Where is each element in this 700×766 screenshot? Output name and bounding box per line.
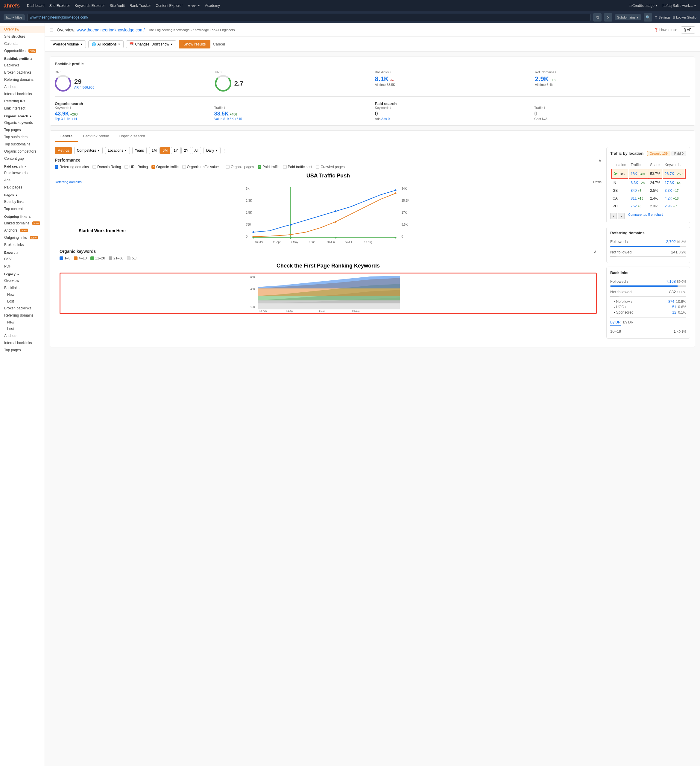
sidebar-sub-new2[interactable]: New — [0, 319, 44, 326]
nav-site-explorer[interactable]: Site Explorer — [49, 3, 70, 8]
sidebar-item-legacy-internal[interactable]: Internal backlinks — [0, 339, 44, 347]
protocol-button[interactable]: http + https — [3, 14, 25, 21]
time-6m[interactable]: 6M — [160, 147, 171, 154]
search-icon-btn[interactable]: 🔍 — [644, 13, 652, 22]
sidebar-item-content-gap[interactable]: Content gap — [0, 155, 44, 162]
sidebar-sub-lost2[interactable]: Lost — [0, 326, 44, 332]
sidebar-item-csv[interactable]: CSV — [0, 256, 44, 263]
sidebar-item-link-intersect[interactable]: Link intersect — [0, 105, 44, 112]
time-1y[interactable]: 1Y — [171, 147, 181, 154]
sidebar-sub-new[interactable]: New — [0, 291, 44, 298]
sidebar-item-calendar[interactable]: Calendar — [0, 40, 44, 47]
locations-button[interactable]: Locations ▼ — [105, 147, 130, 154]
more-options-icon[interactable]: ⋮ — [223, 149, 227, 153]
cb-organic-traffic-value[interactable]: Organic traffic value — [182, 165, 219, 169]
cb-organic-traffic[interactable]: ✓ Organic traffic — [151, 165, 178, 169]
sidebar-item-internal-backlinks[interactable]: Internal backlinks — [0, 90, 44, 98]
sidebar-item-overview[interactable]: Overview — [0, 26, 44, 33]
tab-general[interactable]: General — [55, 131, 78, 142]
workspace-selector[interactable]: Ittefaq Salt's work... ▼ — [662, 3, 697, 8]
nav-rank-tracker[interactable]: Rank Tracker — [130, 3, 151, 8]
sidebar-item-organic-competitors[interactable]: Organic competitors — [0, 148, 44, 155]
tab-by-dr[interactable]: By DR — [623, 320, 633, 326]
sidebar-item-referring-domains[interactable]: Referring domains — [0, 76, 44, 83]
kw-cb-11-20[interactable]: 11–20 — [90, 256, 105, 260]
sidebar-item-linked-domains[interactable]: Linked domains New — [0, 220, 44, 227]
site-url-link[interactable]: www.theengineeringknowledge.com/ — [77, 27, 144, 32]
sidebar-item-legacy-anchors[interactable]: Anchors — [0, 332, 44, 339]
nav-keywords-explorer[interactable]: Keywords Explorer — [74, 3, 105, 8]
nav-site-audit[interactable]: Site Audit — [109, 3, 125, 8]
looker-studio-button[interactable]: ⧉ Looker Studio — [673, 16, 697, 19]
kw-cb-51-plus[interactable]: 51+ — [127, 256, 138, 260]
api-button[interactable]: {} API — [681, 26, 695, 33]
avg-volume-filter[interactable]: Average volume ▼ — [50, 40, 86, 48]
sidebar-item-paid-pages[interactable]: Paid pages — [0, 184, 44, 191]
metrics-button[interactable]: Metrics — [55, 147, 72, 154]
sidebar-item-backlinks[interactable]: Backlinks — [0, 62, 44, 69]
cb-referring-domains[interactable]: ✓ Referring domains — [55, 165, 89, 169]
sidebar-item-top-pages[interactable]: Top pages — [0, 126, 44, 133]
sidebar-item-top-content[interactable]: Top content — [0, 205, 44, 212]
paid-tab-btn[interactable]: Paid 0 — [671, 151, 686, 156]
sidebar-sub-lost[interactable]: Lost — [0, 298, 44, 305]
years-button[interactable]: Years — [132, 147, 147, 154]
sidebar-item-site-structure[interactable]: Site structure — [0, 33, 44, 40]
show-results-button[interactable]: Show results — [179, 40, 211, 49]
nav-content-explorer[interactable]: Content Explorer — [156, 3, 182, 8]
cb-paid-traffic-cost[interactable]: Paid traffic cost — [283, 165, 312, 169]
sidebar-item-legacy-top-pages[interactable]: Top pages — [0, 347, 44, 354]
sidebar-item-broken-links[interactable]: Broken links — [0, 241, 44, 248]
sidebar-item-outgoing-links[interactable]: Outgoing links New — [0, 234, 44, 241]
organic-tab-btn[interactable]: Organic 139 — [647, 151, 670, 156]
cb-url-rating[interactable]: URL Rating — [125, 165, 148, 169]
sidebar-item-pdf[interactable]: PDF — [0, 263, 44, 270]
sidebar-item-ads[interactable]: Ads — [0, 177, 44, 184]
sidebar-item-broken-backlinks[interactable]: Broken backlinks — [0, 69, 44, 76]
cb-paid-traffic[interactable]: ✓ Paid traffic — [258, 165, 279, 169]
kw-cb-1-3[interactable]: 1–3 — [60, 256, 70, 260]
tab-organic-search[interactable]: Organic search — [114, 131, 150, 142]
sidebar-item-anchors-out[interactable]: Anchors New — [0, 227, 44, 234]
competitors-button[interactable]: Competitors ▼ — [74, 147, 103, 154]
sidebar-item-opportunities[interactable]: Opportunities New — [0, 47, 44, 54]
sidebar-item-best-by-links[interactable]: Best by links — [0, 198, 44, 205]
cb-domain-rating[interactable]: Domain Rating — [92, 165, 121, 169]
changes-filter[interactable]: 📅 Changes: Don't show ▼ — [126, 40, 176, 48]
sidebar-item-legacy-broken[interactable]: Broken backlinks — [0, 305, 44, 312]
sidebar-item-referring-ips[interactable]: Referring IPs — [0, 98, 44, 105]
sidebar-item-legacy-overview[interactable]: Overview — [0, 277, 44, 284]
sidebar-item-anchors[interactable]: Anchors — [0, 83, 44, 90]
daily-button[interactable]: Daily ▼ — [204, 147, 221, 154]
settings-button[interactable]: ⚙ Settings — [654, 16, 670, 19]
nav-more[interactable]: More ▼ — [187, 3, 200, 8]
time-1m[interactable]: 1M — [149, 147, 160, 154]
sidebar-item-top-subdomains[interactable]: Top subdomains — [0, 141, 44, 148]
all-locations-filter[interactable]: 🌐 All locations ▼ — [88, 40, 124, 48]
cb-crawled-pages[interactable]: Crawled pages — [316, 165, 344, 169]
nav-academy[interactable]: Academy — [205, 3, 220, 8]
cancel-button[interactable]: Cancel — [213, 42, 225, 46]
hamburger-icon[interactable]: ☰ — [50, 28, 53, 32]
sidebar-item-organic-keywords[interactable]: Organic keywords — [0, 119, 44, 126]
kw-cb-21-50[interactable]: 21–50 — [109, 256, 123, 260]
kw-cb-4-10[interactable]: 4–10 — [74, 256, 87, 260]
prev-arrow[interactable]: ‹ — [610, 213, 617, 219]
sidebar-item-legacy-backlinks[interactable]: Backlinks — [0, 284, 44, 291]
cb-organic-pages[interactable]: Organic pages — [226, 165, 254, 169]
external-link-icon[interactable]: ⧉ — [593, 13, 602, 22]
time-2y[interactable]: 2Y — [181, 147, 191, 154]
nav-dashboard[interactable]: Dashboard — [27, 3, 44, 8]
next-arrow[interactable]: › — [618, 213, 625, 219]
organic-kw-collapse[interactable]: ∧ — [594, 249, 597, 254]
compare-link[interactable]: Compare top 5 on chart — [628, 213, 663, 219]
tab-by-ur[interactable]: By UR — [610, 320, 621, 326]
close-icon[interactable]: ✕ — [604, 13, 612, 22]
time-all[interactable]: All — [192, 147, 201, 154]
sidebar-item-top-subfolders[interactable]: Top subfolders — [0, 133, 44, 141]
sidebar-item-legacy-referring[interactable]: Referring domains — [0, 312, 44, 319]
url-input[interactable] — [27, 14, 591, 21]
credits-usage[interactable]: □ Credits usage ▼ — [629, 3, 658, 8]
sidebar-item-paid-keywords[interactable]: Paid keywords — [0, 169, 44, 177]
collapse-icon[interactable]: ∧ — [599, 158, 602, 163]
